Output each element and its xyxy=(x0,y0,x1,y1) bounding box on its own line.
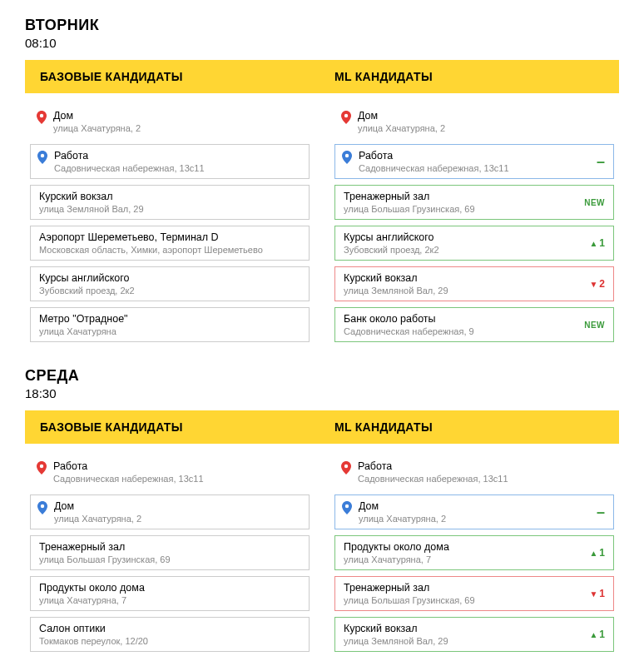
candidate-card[interactable]: Тренажерный залулица Большая Грузинская,… xyxy=(334,185,614,220)
candidate-address: Садовническая набережная, 13с11 xyxy=(359,163,605,173)
candidate-name: Курский вокзал xyxy=(344,623,605,634)
ml-column: РаботаСадовническая набережная, 13с11Дом… xyxy=(334,455,614,656)
candidate-name: Дом xyxy=(359,500,605,512)
candidate-name: Аэропорт Шереметьево, Терминал D xyxy=(39,231,300,243)
candidate-name: Дом xyxy=(53,110,301,122)
candidate-card[interactable]: Салон оптикиТокмаков переулок, 12/20 xyxy=(30,617,310,652)
svg-point-0 xyxy=(40,114,43,117)
candidate-address: улица Большая Грузинская, 69 xyxy=(39,554,300,564)
rank-badge: ▲1 xyxy=(589,237,605,249)
ml-header: ML КАНДИДАТЫ xyxy=(334,420,604,434)
candidate-name: Тренажерный зал xyxy=(344,191,605,202)
candidate-name: Курсы английского xyxy=(344,231,605,243)
candidate-address: Зубовский проезд, 2к2 xyxy=(39,286,300,296)
candidate-card[interactable]: Курсы английскогоЗубовский проезд, 2к2 xyxy=(30,266,310,301)
pin-icon xyxy=(37,501,47,514)
base-header: БАЗОВЫЕ КАНДИДАТЫ xyxy=(40,70,310,83)
candidate-address: улица Хачатуряна xyxy=(39,326,300,336)
candidate-name: Дом xyxy=(54,500,300,512)
base-header: БАЗОВЫЕ КАНДИДАТЫ xyxy=(40,420,310,434)
rank-badge: – xyxy=(597,504,605,521)
candidate-name: Работа xyxy=(358,460,606,472)
candidate-name: Метро "Отрадное" xyxy=(39,313,300,325)
candidate-card[interactable]: Домулица Хачатуряна, 2 xyxy=(334,105,614,138)
candidate-card[interactable]: Банк около работыСадовническая набережна… xyxy=(334,307,614,342)
pin-icon xyxy=(341,111,351,124)
candidate-name: Тренажерный зал xyxy=(39,541,300,553)
svg-point-2 xyxy=(344,114,348,117)
day-block: ВТОРНИК08:10БАЗОВЫЕ КАНДИДАТЫML КАНДИДАТ… xyxy=(25,17,619,342)
day-title: СРЕДА xyxy=(25,367,619,385)
candidate-name: Работа xyxy=(53,460,301,472)
candidate-card[interactable]: Курский вокзалулица Земляной Вал, 29 xyxy=(30,185,310,220)
candidate-address: улица Хачатуряна, 7 xyxy=(344,554,605,564)
pin-icon xyxy=(342,501,352,514)
rank-badge: ▲1 xyxy=(589,629,605,640)
candidate-card[interactable]: Метро "Отрадное"улица Хачатуряна xyxy=(30,307,310,342)
columns: РаботаСадовническая набережная, 13с11Дом… xyxy=(25,455,619,656)
candidate-card[interactable]: РаботаСадовническая набережная, 13с11 xyxy=(334,455,614,489)
candidate-card[interactable]: Курский вокзалулица Земляной Вал, 29▼2 xyxy=(334,266,614,301)
ml-column: Домулица Хачатуряна, 2РаботаСадовническа… xyxy=(334,105,614,342)
candidate-address: улица Земляной Вал, 29 xyxy=(344,636,605,646)
columns: Домулица Хачатуряна, 2РаботаСадовническа… xyxy=(25,105,619,342)
day-block: СРЕДА18:30БАЗОВЫЕ КАНДИДАТЫML КАНДИДАТЫР… xyxy=(25,367,619,656)
candidate-name: Работа xyxy=(54,150,300,162)
section-header-bar: БАЗОВЫЕ КАНДИДАТЫML КАНДИДАТЫ xyxy=(25,60,619,93)
candidate-name: Салон оптики xyxy=(39,623,300,634)
rank-badge: NEW xyxy=(584,198,605,207)
candidate-card[interactable]: Аэропорт Шереметьево, Терминал DМосковск… xyxy=(30,226,310,261)
candidate-address: улица Хачатуряна, 2 xyxy=(53,123,301,133)
pin-icon xyxy=(37,151,47,164)
candidate-name: Банк около работы xyxy=(344,313,605,325)
candidate-card[interactable]: Тренажерный залулица Большая Грузинская,… xyxy=(334,576,614,611)
pin-icon xyxy=(341,461,351,475)
candidate-address: Садовническая набережная, 13с11 xyxy=(358,474,606,484)
candidate-address: улица Большая Грузинская, 69 xyxy=(344,204,605,214)
candidate-card[interactable]: Продукты около домаулица Хачатуряна, 7 xyxy=(30,576,310,611)
candidate-card[interactable]: РаботаСадовническая набережная, 13с11 xyxy=(30,144,310,179)
candidate-card[interactable]: Домулица Хачатуряна, 2 xyxy=(30,494,310,529)
day-header: СРЕДА18:30 xyxy=(25,367,619,400)
candidate-card[interactable]: Курский вокзалулица Земляной Вал, 29▲1 xyxy=(334,617,614,652)
ml-header: ML КАНДИДАТЫ xyxy=(334,70,604,83)
candidate-address: Зубовский проезд, 2к2 xyxy=(344,245,605,255)
candidate-name: Курский вокзал xyxy=(344,272,605,284)
svg-point-7 xyxy=(345,504,349,508)
rank-badge: – xyxy=(597,153,605,171)
base-column: Домулица Хачатуряна, 2РаботаСадовническа… xyxy=(30,105,310,342)
candidate-address: улица Хачатуряна, 2 xyxy=(358,123,606,133)
pin-icon xyxy=(37,111,47,124)
candidate-card[interactable]: Продукты около домаулица Хачатуряна, 7▲1 xyxy=(334,535,614,570)
svg-point-5 xyxy=(41,504,44,508)
candidate-card[interactable]: Курсы английскогоЗубовский проезд, 2к2▲1 xyxy=(334,226,614,261)
base-column: РаботаСадовническая набережная, 13с11Дом… xyxy=(30,455,310,656)
day-time: 08:10 xyxy=(25,36,619,50)
rank-badge: ▼2 xyxy=(589,278,605,290)
candidate-address: Садовническая набережная, 9 xyxy=(344,326,605,336)
candidate-card[interactable]: Тренажерный залулица Большая Грузинская,… xyxy=(30,535,310,570)
candidate-name: Курсы английского xyxy=(39,272,300,284)
candidate-address: улица Земляной Вал, 29 xyxy=(39,204,300,214)
day-title: ВТОРНИК xyxy=(25,17,619,34)
candidate-address: Московская область, Химки, аэропорт Шере… xyxy=(39,245,300,255)
candidate-name: Продукты около дома xyxy=(39,582,300,594)
candidate-address: улица Большая Грузинская, 69 xyxy=(344,595,605,605)
candidate-name: Курский вокзал xyxy=(39,191,300,202)
svg-point-4 xyxy=(40,465,43,468)
candidate-card[interactable]: Домулица Хачатуряна, 2– xyxy=(334,494,614,529)
section-header-bar: БАЗОВЫЕ КАНДИДАТЫML КАНДИДАТЫ xyxy=(25,410,619,444)
candidate-address: Садовническая набережная, 13с11 xyxy=(54,163,300,173)
candidate-address: улица Хачатуряна, 2 xyxy=(359,514,605,524)
rank-badge: ▼1 xyxy=(589,588,605,599)
candidate-card[interactable]: Домулица Хачатуряна, 2 xyxy=(30,105,310,138)
pin-icon xyxy=(37,461,47,475)
day-time: 18:30 xyxy=(25,386,619,400)
candidate-address: улица Земляной Вал, 29 xyxy=(344,286,605,296)
candidate-name: Продукты около дома xyxy=(344,541,605,553)
candidate-name: Тренажерный зал xyxy=(344,582,605,594)
rank-badge: ▲1 xyxy=(589,547,605,559)
candidate-card[interactable]: РаботаСадовническая набережная, 13с11 xyxy=(30,455,310,489)
candidate-card[interactable]: РаботаСадовническая набережная, 13с11– xyxy=(334,144,614,179)
candidate-address: Токмаков переулок, 12/20 xyxy=(39,636,300,646)
